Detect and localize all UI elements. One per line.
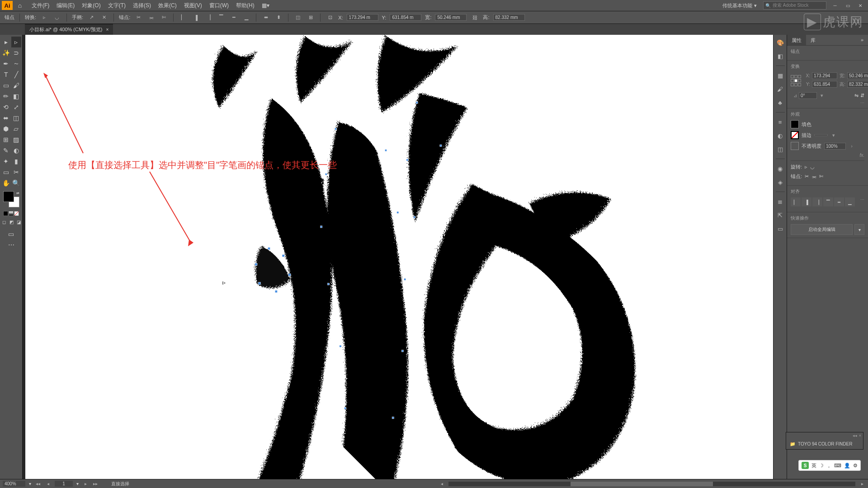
perspective-tool[interactable]: ▱ xyxy=(11,123,22,134)
ime-person-icon[interactable]: 👤 xyxy=(844,463,850,469)
artboard-number[interactable]: 1 xyxy=(55,481,73,487)
color-picker[interactable]: ⇄ xyxy=(3,191,19,207)
appearance-panel-icon[interactable]: ◉ xyxy=(775,164,785,174)
last-artboard-icon[interactable]: ▸▸ xyxy=(92,481,99,486)
stock-search[interactable]: 🔍搜索 Adobe Stock xyxy=(763,1,826,9)
menu-file[interactable]: 文件(F) xyxy=(28,0,53,11)
selection-tool[interactable]: ▸ xyxy=(1,37,11,47)
pen-tool[interactable]: ✒ xyxy=(1,58,11,69)
convert-corner-btn[interactable]: ▹ xyxy=(805,164,807,170)
align-hcenter-icon[interactable]: ▐ xyxy=(191,13,200,22)
menu-object[interactable]: 对象(O) xyxy=(78,0,104,11)
distribute-h-icon[interactable]: ⬌ xyxy=(261,13,270,22)
align-hcenter-btn[interactable]: ▐ xyxy=(802,197,811,206)
prop-x-input[interactable]: 173.294 xyxy=(812,72,837,79)
next-artboard-icon[interactable]: ▸ xyxy=(82,481,89,486)
align-right-icon[interactable]: ▕ xyxy=(204,13,213,22)
artboard[interactable]: 使用【直接选择工具】选中并调整"目"字笔画的锚点，使其更长一些 ▹ xyxy=(25,35,773,479)
canvas-viewport[interactable]: 使用【直接选择工具】选中并调整"目"字笔画的锚点，使其更长一些 ▹ xyxy=(23,35,773,479)
foreground-color[interactable] xyxy=(3,191,14,202)
graphic-styles-icon[interactable]: ◈ xyxy=(775,177,785,187)
ime-keyboard-icon[interactable]: ⌨ xyxy=(834,463,841,469)
ime-moon-icon[interactable]: ☽ xyxy=(819,463,824,469)
convert-smooth-btn[interactable]: ◡ xyxy=(810,164,815,170)
menu-select[interactable]: 选择(S) xyxy=(129,0,155,11)
ime-punct-icon[interactable]: ， xyxy=(826,462,831,469)
tab-close-icon[interactable]: × xyxy=(106,27,109,32)
align-top-btn[interactable]: ▔ xyxy=(823,197,833,206)
remove-anchor-icon[interactable]: ✂ xyxy=(134,13,143,22)
horizontal-scrollbar[interactable] xyxy=(448,482,855,486)
panel-close-icon[interactable]: × xyxy=(859,433,861,438)
fx-button[interactable]: fx. xyxy=(791,153,864,158)
draw-behind[interactable]: ◩ xyxy=(8,219,14,225)
properties-tab[interactable]: 属性 xyxy=(787,35,806,45)
draw-normal[interactable]: ◻ xyxy=(1,219,7,225)
cut-anchor-btn[interactable]: ✄ xyxy=(819,174,823,179)
gradient-panel-icon[interactable]: ◐ xyxy=(775,131,785,141)
connect-anchor-btn[interactable]: ⫘ xyxy=(811,174,816,179)
remove-anchor-btn[interactable]: ✂ xyxy=(805,174,809,179)
artboard-dropdown[interactable]: ▾ xyxy=(76,481,79,486)
eyedropper-tool[interactable]: ✎ xyxy=(1,145,11,156)
color-mode[interactable] xyxy=(3,211,8,216)
fill-swatch[interactable] xyxy=(791,120,799,128)
slice-tool[interactable]: ✂ xyxy=(11,167,22,178)
distribute-v-icon[interactable]: ⬍ xyxy=(274,13,283,22)
rectangle-tool[interactable]: ▭ xyxy=(1,80,11,91)
prev-artboard-icon[interactable]: ◂ xyxy=(45,481,51,486)
color-finder-panel[interactable]: ◂◂× 📁TOYO 94 COLOR FINDER xyxy=(786,432,863,450)
prop-rotate-input[interactable]: 0° xyxy=(799,92,817,99)
align-right-btn[interactable]: ▕ xyxy=(812,197,822,206)
opacity-input[interactable]: 100% xyxy=(824,143,846,150)
width-tool[interactable]: ⬌ xyxy=(1,113,11,123)
ime-toolbar[interactable]: S 英 ☽ ， ⌨ 👤 ⚙ xyxy=(798,460,861,471)
artboard-tool[interactable]: ▭ xyxy=(1,167,11,178)
connect-anchor-icon[interactable]: ⫘ xyxy=(146,13,156,22)
shape-builder-tool[interactable]: ⬢ xyxy=(1,123,11,134)
isolate-icon[interactable]: ◫ xyxy=(293,13,302,22)
screen-mode[interactable]: ▭ xyxy=(6,229,16,239)
minimize-button[interactable]: ─ xyxy=(829,1,841,9)
scale-tool[interactable]: ⤢ xyxy=(11,102,22,113)
symbols-panel-icon[interactable]: ♣ xyxy=(775,98,785,108)
menu-window[interactable]: 窗口(W) xyxy=(206,0,232,11)
more-options-icon[interactable]: ⋯ xyxy=(791,101,864,105)
quick-dropdown[interactable]: ▾ xyxy=(854,224,864,235)
swatches-panel-icon[interactable]: ▦ xyxy=(775,70,785,80)
first-artboard-icon[interactable]: ◂◂ xyxy=(35,481,41,486)
swap-colors-icon[interactable]: ⇄ xyxy=(16,191,19,195)
eraser-tool[interactable]: ◧ xyxy=(11,91,22,102)
symbol-sprayer-tool[interactable]: ✦ xyxy=(1,156,11,167)
brushes-panel-icon[interactable]: 🖌 xyxy=(775,84,785,94)
artboards-panel-icon[interactable]: ▭ xyxy=(775,224,785,234)
shaper-tool[interactable]: ✏ xyxy=(1,91,11,102)
handles-show-icon[interactable]: ↗ xyxy=(87,13,96,22)
stroke-weight-dropdown[interactable]: ▾ xyxy=(830,132,837,138)
asset-export-icon[interactable]: ⇱ xyxy=(775,210,785,220)
handles-hide-icon[interactable]: ✕ xyxy=(99,13,108,22)
document-tab[interactable]: 小目标.ai* @ 400% (CMYK/预览) × xyxy=(25,24,113,35)
h-input[interactable]: 82.332 mm xyxy=(493,14,525,21)
libraries-tab[interactable]: 库 xyxy=(806,35,820,45)
direct-selection-tool[interactable]: ▹ xyxy=(11,37,22,47)
free-transform-tool[interactable]: ◫ xyxy=(11,113,22,123)
stroke-weight-input[interactable] xyxy=(814,134,828,136)
none-mode[interactable] xyxy=(14,211,19,216)
layers-panel-icon[interactable]: ≣ xyxy=(775,197,785,206)
menu-type[interactable]: 文字(T) xyxy=(104,0,129,11)
ime-lang[interactable]: 英 xyxy=(811,462,816,469)
transparency-panel-icon[interactable]: ◫ xyxy=(775,144,785,154)
zoom-dropdown[interactable]: ▾ xyxy=(29,481,31,486)
menu-view[interactable]: 视图(V) xyxy=(180,0,206,11)
draw-inside[interactable]: ◪ xyxy=(15,219,22,225)
column-graph-tool[interactable]: ▮ xyxy=(11,156,22,167)
paintbrush-tool[interactable]: 🖌 xyxy=(11,80,22,91)
zoom-level[interactable]: 400% xyxy=(3,481,25,487)
align-bottom-btn[interactable]: ▁ xyxy=(845,197,855,206)
flip-v-icon[interactable]: ⇵ xyxy=(860,93,864,99)
y-input[interactable]: 631.854 m xyxy=(390,14,421,21)
lasso-tool[interactable]: ⊃ xyxy=(11,47,22,58)
scroll-left-icon[interactable]: ◂ xyxy=(439,481,445,486)
color-guide-icon[interactable]: ◧ xyxy=(775,51,785,61)
